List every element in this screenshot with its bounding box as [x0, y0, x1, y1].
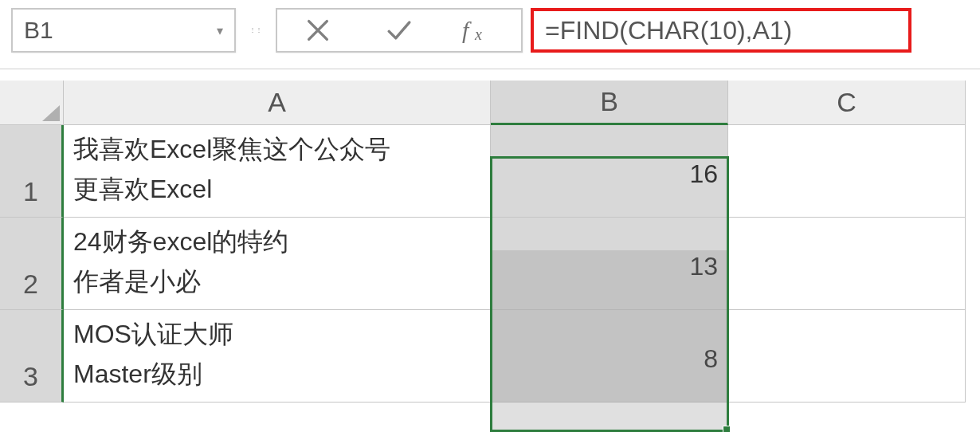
cell-c2[interactable] — [728, 218, 966, 310]
table-row: 3 MOS认证大师 Master级别 8 — [0, 310, 980, 403]
formula-input-value: =FIND(CHAR(10),A1) — [545, 16, 792, 45]
column-header-a[interactable]: A — [64, 81, 491, 125]
table-row: 1 我喜欢Excel聚焦这个公众号 更喜欢Excel 16 — [0, 125, 980, 218]
cell-b1[interactable]: 16 — [491, 125, 728, 218]
column-header-b[interactable]: B — [491, 81, 728, 125]
cell-a1[interactable]: 我喜欢Excel聚焦这个公众号 更喜欢Excel — [64, 125, 491, 218]
select-all-corner[interactable] — [0, 81, 64, 125]
table-row: 2 24财务excel的特约 作者是小必 13 — [0, 218, 980, 310]
name-box-value: B1 — [24, 17, 53, 44]
cell-a2[interactable]: 24财务excel的特约 作者是小必 — [64, 218, 491, 310]
cancel-button[interactable] — [286, 17, 350, 44]
formula-buttons: f x — [276, 8, 523, 53]
column-header-row: A B C — [0, 81, 980, 125]
svg-text:x: x — [474, 26, 482, 43]
cell-c1[interactable] — [728, 125, 966, 218]
cell-b2[interactable]: 13 — [491, 218, 728, 310]
fill-handle[interactable] — [723, 426, 731, 432]
enter-button[interactable] — [367, 17, 431, 44]
name-box[interactable]: B1 ▾ — [11, 8, 236, 53]
cell-b3[interactable]: 8 — [491, 310, 728, 403]
dropdown-icon[interactable]: ▾ — [217, 23, 223, 38]
row-header-3[interactable]: 3 — [0, 310, 64, 403]
formula-bar-area: B1 ▾ ⋮⋮ f x =FIND(CHAR(10),A1) — [0, 0, 980, 69]
row-header-1[interactable]: 1 — [0, 125, 64, 218]
formula-input[interactable]: =FIND(CHAR(10),A1) — [531, 8, 911, 53]
column-header-c[interactable]: C — [728, 81, 966, 125]
cell-a3[interactable]: MOS认证大师 Master级别 — [64, 310, 491, 403]
cell-c3[interactable] — [728, 310, 966, 403]
spreadsheet-grid: A B C 1 我喜欢Excel聚焦这个公众号 更喜欢Excel 16 2 24… — [0, 69, 980, 403]
svg-text:f: f — [462, 17, 472, 43]
row-header-2[interactable]: 2 — [0, 218, 64, 310]
fx-button[interactable]: f x — [449, 16, 512, 45]
expand-handle[interactable]: ⋮⋮ — [244, 27, 268, 33]
